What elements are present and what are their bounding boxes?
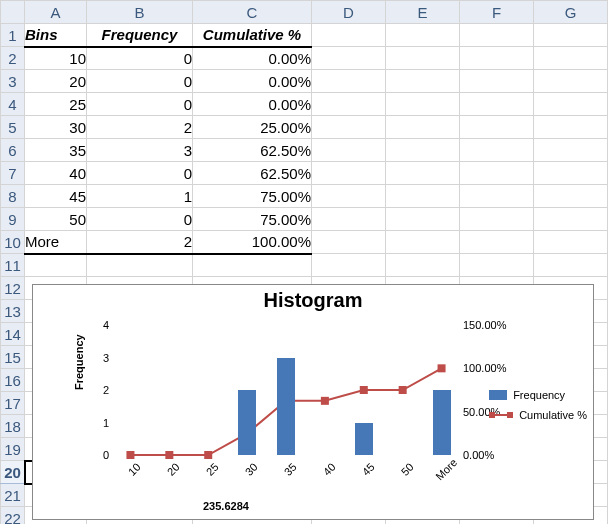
histogram-chart[interactable]: Histogram Frequency 235.6284 01234 0.00%… bbox=[32, 284, 594, 520]
cell-C11[interactable] bbox=[193, 254, 312, 277]
col-header-C[interactable]: C bbox=[193, 1, 312, 24]
cell-C7[interactable]: 62.50% bbox=[193, 162, 312, 185]
cell-D3[interactable] bbox=[312, 70, 386, 93]
cell-D11[interactable] bbox=[312, 254, 386, 277]
cell-G9[interactable] bbox=[534, 208, 608, 231]
cell-A4[interactable]: 25 bbox=[25, 93, 87, 116]
cell-G3[interactable] bbox=[534, 70, 608, 93]
cell-F3[interactable] bbox=[460, 70, 534, 93]
cell-E4[interactable] bbox=[386, 93, 460, 116]
cell-E1[interactable] bbox=[386, 24, 460, 47]
row-header-11[interactable]: 11 bbox=[1, 254, 25, 277]
cell-B10[interactable]: 2 bbox=[87, 231, 193, 254]
row-header-12[interactable]: 12 bbox=[1, 277, 25, 300]
cell-G10[interactable] bbox=[534, 231, 608, 254]
row-header-20[interactable]: 20 bbox=[1, 461, 25, 484]
cell-B5[interactable]: 2 bbox=[87, 116, 193, 139]
cell-B1[interactable]: Frequency bbox=[87, 24, 193, 47]
cell-F5[interactable] bbox=[460, 116, 534, 139]
cell-A1[interactable]: Bins bbox=[25, 24, 87, 47]
cell-B7[interactable]: 0 bbox=[87, 162, 193, 185]
row-header-18[interactable]: 18 bbox=[1, 415, 25, 438]
row-header-17[interactable]: 17 bbox=[1, 392, 25, 415]
cell-E11[interactable] bbox=[386, 254, 460, 277]
cell-E6[interactable] bbox=[386, 139, 460, 162]
cell-C1[interactable]: Cumulative % bbox=[193, 24, 312, 47]
row-header-10[interactable]: 10 bbox=[1, 231, 25, 254]
cell-F7[interactable] bbox=[460, 162, 534, 185]
cell-B9[interactable]: 0 bbox=[87, 208, 193, 231]
cell-D8[interactable] bbox=[312, 185, 386, 208]
cell-C10[interactable]: 100.00% bbox=[193, 231, 312, 254]
cell-E2[interactable] bbox=[386, 47, 460, 70]
col-header-F[interactable]: F bbox=[460, 1, 534, 24]
cell-G7[interactable] bbox=[534, 162, 608, 185]
cell-A6[interactable]: 35 bbox=[25, 139, 87, 162]
cell-D9[interactable] bbox=[312, 208, 386, 231]
cell-A10[interactable]: More bbox=[25, 231, 87, 254]
cell-C4[interactable]: 0.00% bbox=[193, 93, 312, 116]
row-header-14[interactable]: 14 bbox=[1, 323, 25, 346]
cell-E5[interactable] bbox=[386, 116, 460, 139]
row-header-22[interactable]: 22 bbox=[1, 507, 25, 525]
cell-G4[interactable] bbox=[534, 93, 608, 116]
cell-D5[interactable] bbox=[312, 116, 386, 139]
cell-D1[interactable] bbox=[312, 24, 386, 47]
col-header-G[interactable]: G bbox=[534, 1, 608, 24]
row-header-13[interactable]: 13 bbox=[1, 300, 25, 323]
cell-B8[interactable]: 1 bbox=[87, 185, 193, 208]
col-header-D[interactable]: D bbox=[312, 1, 386, 24]
col-header-B[interactable]: B bbox=[87, 1, 193, 24]
cell-E3[interactable] bbox=[386, 70, 460, 93]
cell-E9[interactable] bbox=[386, 208, 460, 231]
cell-G1[interactable] bbox=[534, 24, 608, 47]
row-header-7[interactable]: 7 bbox=[1, 162, 25, 185]
cell-A3[interactable]: 20 bbox=[25, 70, 87, 93]
cell-A2[interactable]: 10 bbox=[25, 47, 87, 70]
cell-G6[interactable] bbox=[534, 139, 608, 162]
row-header-6[interactable]: 6 bbox=[1, 139, 25, 162]
cell-E8[interactable] bbox=[386, 185, 460, 208]
row-header-19[interactable]: 19 bbox=[1, 438, 25, 461]
cell-G11[interactable] bbox=[534, 254, 608, 277]
cell-D6[interactable] bbox=[312, 139, 386, 162]
select-all-corner[interactable] bbox=[1, 1, 25, 24]
cell-F2[interactable] bbox=[460, 47, 534, 70]
cell-F1[interactable] bbox=[460, 24, 534, 47]
cell-E10[interactable] bbox=[386, 231, 460, 254]
cell-A7[interactable]: 40 bbox=[25, 162, 87, 185]
cell-B6[interactable]: 3 bbox=[87, 139, 193, 162]
row-header-15[interactable]: 15 bbox=[1, 346, 25, 369]
cell-G8[interactable] bbox=[534, 185, 608, 208]
cell-F4[interactable] bbox=[460, 93, 534, 116]
col-header-A[interactable]: A bbox=[25, 1, 87, 24]
row-header-4[interactable]: 4 bbox=[1, 93, 25, 116]
row-header-5[interactable]: 5 bbox=[1, 116, 25, 139]
cell-C6[interactable]: 62.50% bbox=[193, 139, 312, 162]
row-header-9[interactable]: 9 bbox=[1, 208, 25, 231]
cell-C3[interactable]: 0.00% bbox=[193, 70, 312, 93]
cell-D10[interactable] bbox=[312, 231, 386, 254]
cell-B11[interactable] bbox=[87, 254, 193, 277]
cell-C8[interactable]: 75.00% bbox=[193, 185, 312, 208]
cell-B3[interactable]: 0 bbox=[87, 70, 193, 93]
cell-B4[interactable]: 0 bbox=[87, 93, 193, 116]
cell-F6[interactable] bbox=[460, 139, 534, 162]
cell-C5[interactable]: 25.00% bbox=[193, 116, 312, 139]
cell-G5[interactable] bbox=[534, 116, 608, 139]
cell-D2[interactable] bbox=[312, 47, 386, 70]
cell-A11[interactable] bbox=[25, 254, 87, 277]
cell-A5[interactable]: 30 bbox=[25, 116, 87, 139]
row-header-3[interactable]: 3 bbox=[1, 70, 25, 93]
cell-D7[interactable] bbox=[312, 162, 386, 185]
row-header-16[interactable]: 16 bbox=[1, 369, 25, 392]
col-header-E[interactable]: E bbox=[386, 1, 460, 24]
cell-F11[interactable] bbox=[460, 254, 534, 277]
cell-G2[interactable] bbox=[534, 47, 608, 70]
cell-C9[interactable]: 75.00% bbox=[193, 208, 312, 231]
row-header-8[interactable]: 8 bbox=[1, 185, 25, 208]
row-header-2[interactable]: 2 bbox=[1, 47, 25, 70]
cell-A9[interactable]: 50 bbox=[25, 208, 87, 231]
cell-E7[interactable] bbox=[386, 162, 460, 185]
cell-A8[interactable]: 45 bbox=[25, 185, 87, 208]
